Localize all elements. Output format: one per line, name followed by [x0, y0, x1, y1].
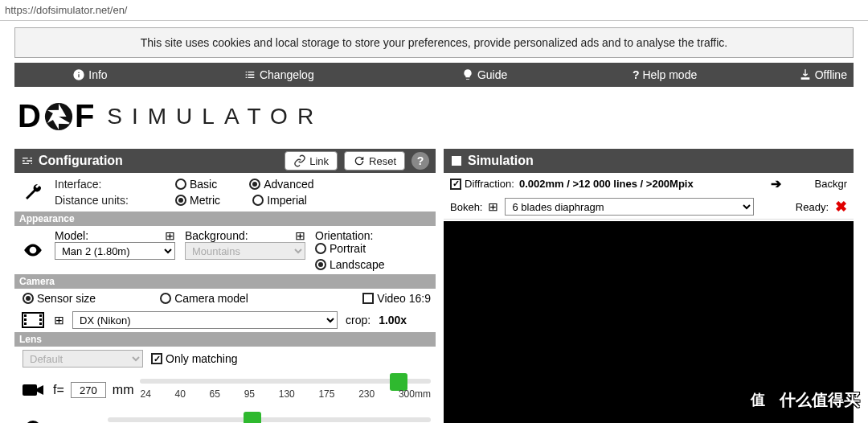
reset-button[interactable]: Reset	[344, 151, 405, 170]
eye-icon	[19, 240, 47, 261]
wrench-icon	[19, 183, 47, 202]
browser-url-bar[interactable]: https://dofsimulator.net/en/	[0, 0, 868, 21]
logo-mark: D F	[18, 98, 96, 134]
watermark: 值 什么值得买	[743, 384, 860, 415]
crop-value: 1.00x	[379, 314, 407, 326]
nav-info[interactable]: Info	[72, 68, 107, 81]
svg-rect-7	[39, 322, 42, 325]
grid-icon[interactable]: ⊞	[295, 229, 305, 242]
link-icon	[293, 154, 306, 167]
distance-imperial-radio[interactable]: Imperial	[252, 194, 307, 207]
interface-basic-radio[interactable]: Basic	[175, 178, 217, 191]
camera-section-label: Camera	[14, 274, 436, 289]
diffraction-value: 0.002mm / >12 000 lines / >200Mpix	[519, 178, 694, 190]
svg-rect-3	[24, 318, 27, 321]
info-icon	[72, 68, 85, 81]
f-unit: mm	[113, 383, 134, 397]
help-button[interactable]: ?	[411, 152, 429, 170]
refresh-icon	[353, 154, 366, 167]
link-button[interactable]: Link	[285, 151, 338, 170]
config-header: Configuration Link Reset ?	[14, 149, 436, 173]
interface-label: Interface:	[55, 178, 143, 191]
bokeh-select[interactable]: 6 blades diaphragm	[505, 198, 754, 216]
camera-model-radio[interactable]: Camera model	[160, 292, 248, 305]
svg-rect-8	[23, 384, 37, 396]
url-text: https://dofsimulator.net/en/	[5, 4, 127, 16]
model-select[interactable]: Man 2 (1.80m)	[55, 242, 175, 260]
aperture-small-icon	[19, 419, 47, 423]
cookie-notice: This site uses cookies and local storage…	[14, 27, 854, 58]
ready-status-x-icon: ✖	[835, 198, 847, 216]
focal-length-slider[interactable]: 24 40 65 95 130 175 230 300mm	[140, 374, 431, 406]
bulb-icon	[461, 68, 474, 81]
nav-changelog[interactable]: Changelog	[244, 68, 314, 81]
orientation-landscape-radio[interactable]: Landscape	[315, 258, 385, 271]
svg-rect-6	[39, 318, 42, 321]
aperture-icon	[43, 101, 74, 132]
film-icon	[19, 312, 47, 328]
sensor-size-radio[interactable]: Sensor size	[23, 292, 96, 305]
image-icon	[450, 154, 463, 167]
watermark-text: 什么值得买	[780, 389, 860, 411]
only-matching-checkbox[interactable]: Only matching	[151, 352, 237, 365]
model-label: Model:	[55, 229, 88, 242]
background-select: Mountains	[185, 242, 305, 260]
focal-length-input[interactable]	[71, 382, 106, 398]
simulation-header: Simulation	[444, 149, 854, 173]
download-icon	[799, 68, 812, 81]
grid-icon[interactable]: ⊞	[54, 314, 64, 326]
logo-word: SIMULATOR	[107, 104, 323, 129]
sliders-icon	[21, 154, 34, 167]
svg-rect-2	[24, 314, 27, 317]
distance-metric-radio[interactable]: Metric	[175, 194, 220, 207]
sensor-select[interactable]: DX (Nikon)	[72, 311, 338, 329]
svg-rect-4	[24, 322, 27, 325]
background-label: Background:	[185, 229, 248, 242]
top-nav: Info Changelog Guide ?Help mode Offline	[14, 63, 854, 87]
nav-offline[interactable]: Offline	[799, 68, 847, 81]
nav-guide[interactable]: Guide	[461, 68, 507, 81]
interface-advanced-radio[interactable]: Advanced	[249, 178, 313, 191]
orientation-label: Orientation:	[315, 229, 385, 242]
list-icon	[244, 68, 256, 81]
watermark-badge: 值	[743, 384, 773, 415]
lens-select: Default	[23, 350, 143, 368]
lens-section-label: Lens	[14, 332, 436, 347]
svg-rect-5	[39, 314, 42, 317]
logo-row: D F SIMULATOR	[14, 87, 854, 149]
diffraction-checkbox[interactable]: Diffraction:	[450, 178, 514, 190]
f-label: f=	[53, 383, 64, 397]
distance-label: Distance units:	[55, 194, 143, 207]
question-icon: ?	[633, 68, 640, 81]
grid-icon[interactable]: ⊞	[489, 200, 499, 213]
background-peek: Backgr	[815, 178, 847, 190]
arrow-right-icon[interactable]: ➔	[771, 176, 781, 191]
nav-help-mode[interactable]: ?Help mode	[633, 68, 697, 81]
grid-icon[interactable]: ⊞	[165, 229, 175, 242]
ready-label: Ready:	[796, 201, 829, 213]
aperture-slider[interactable]	[108, 413, 431, 423]
orientation-portrait-radio[interactable]: Portrait	[315, 242, 366, 255]
camcorder-icon	[19, 382, 47, 398]
crop-label: crop:	[346, 314, 371, 326]
bokeh-label: Bokeh:	[450, 201, 482, 213]
video-checkbox[interactable]: Video 16:9	[362, 292, 431, 305]
appearance-section-label: Appearance	[14, 212, 436, 226]
